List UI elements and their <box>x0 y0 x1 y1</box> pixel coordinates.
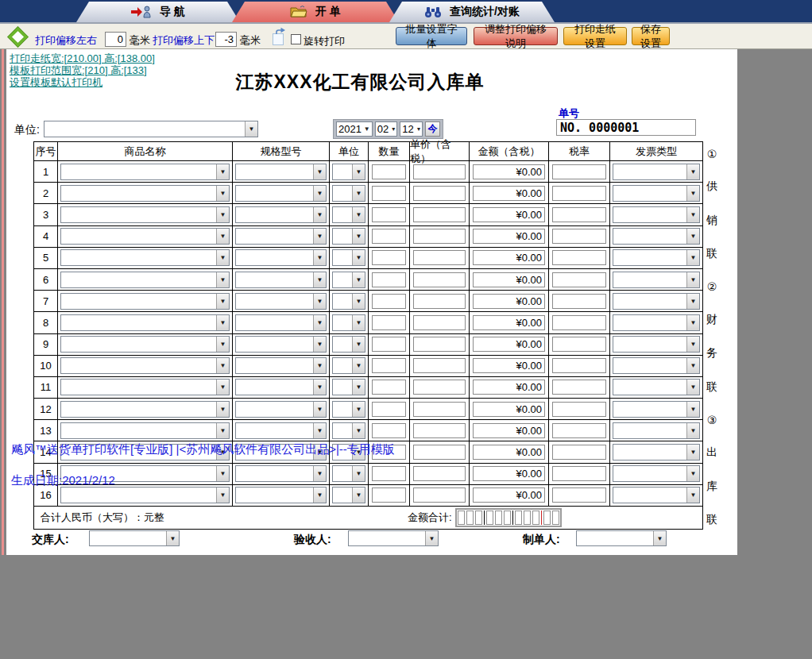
spec-model-select[interactable]: ▼ <box>235 164 327 180</box>
quantity-input[interactable] <box>372 164 406 179</box>
amount-field[interactable]: ¥0.00 <box>473 229 545 244</box>
invoice-type-select[interactable]: ▼ <box>613 465 700 482</box>
product-name-select[interactable]: ▼ <box>60 164 230 180</box>
product-name-select[interactable]: ▼ <box>60 487 230 503</box>
invoice-type-select[interactable]: ▼ <box>613 336 700 353</box>
tax-rate-input[interactable] <box>552 380 606 395</box>
year-select[interactable]: 2021 ▼ <box>336 121 373 137</box>
unit-select[interactable]: ▼ <box>332 249 365 266</box>
unit-select[interactable]: ▼ <box>332 185 365 202</box>
tax-rate-input[interactable] <box>552 337 606 352</box>
customer-unit-select[interactable]: ▼ <box>44 121 258 137</box>
spec-model-select[interactable]: ▼ <box>235 487 327 503</box>
quantity-input[interactable] <box>372 207 406 222</box>
tax-rate-input[interactable] <box>552 272 606 287</box>
amount-field[interactable]: ¥0.00 <box>473 466 545 481</box>
quantity-input[interactable] <box>372 488 406 503</box>
tax-rate-input[interactable] <box>552 402 606 417</box>
product-name-select[interactable]: ▼ <box>60 272 230 288</box>
spec-model-select[interactable]: ▼ <box>235 465 327 482</box>
tax-rate-input[interactable] <box>552 207 606 222</box>
tab-billing[interactable]: 开 单 <box>232 2 399 22</box>
amount-field[interactable]: ¥0.00 <box>473 337 545 352</box>
amount-field[interactable]: ¥0.00 <box>473 423 545 438</box>
invoice-type-select[interactable]: ▼ <box>613 379 700 395</box>
month-select[interactable]: 02 ▾ <box>375 121 398 137</box>
paper-feed-settings-button[interactable]: 打印走纸设置 <box>563 27 627 45</box>
quantity-input[interactable] <box>372 358 406 373</box>
invoice-type-select[interactable]: ▼ <box>613 401 700 418</box>
unit-select[interactable]: ▼ <box>332 379 365 395</box>
day-select[interactable]: 12 ▾ <box>400 121 423 137</box>
unit-select[interactable]: ▼ <box>332 272 365 288</box>
product-name-select[interactable]: ▼ <box>60 293 230 310</box>
tab-navigation[interactable]: 导 航 <box>76 2 240 22</box>
unit-price-input[interactable] <box>413 466 466 481</box>
unit-price-input[interactable] <box>413 315 466 330</box>
order-no-field[interactable]: NO. 0000001 <box>556 119 696 136</box>
unit-select[interactable]: ▼ <box>332 357 365 374</box>
amount-field[interactable]: ¥0.00 <box>473 380 545 395</box>
spec-model-select[interactable]: ▼ <box>235 401 327 418</box>
quantity-input[interactable] <box>372 250 406 265</box>
unit-select[interactable]: ▼ <box>332 293 365 310</box>
spec-model-select[interactable]: ▼ <box>235 185 327 202</box>
product-name-select[interactable]: ▼ <box>60 401 230 418</box>
unit-price-input[interactable] <box>413 294 466 309</box>
quantity-input[interactable] <box>372 186 406 201</box>
unit-price-input[interactable] <box>413 337 466 352</box>
invoice-type-select[interactable]: ▼ <box>613 185 700 202</box>
quantity-input[interactable] <box>372 402 406 417</box>
quantity-input[interactable] <box>372 294 406 309</box>
spec-model-select[interactable]: ▼ <box>235 272 327 288</box>
unit-select[interactable]: ▼ <box>332 465 365 482</box>
unit-price-input[interactable] <box>413 164 466 179</box>
preparer-select[interactable]: ▼ <box>576 530 667 546</box>
invoice-type-select[interactable]: ▼ <box>613 206 700 223</box>
invoice-type-select[interactable]: ▼ <box>613 487 700 503</box>
tax-rate-input[interactable] <box>552 358 606 373</box>
invoice-type-select[interactable]: ▼ <box>613 164 700 180</box>
default-printer-link[interactable]: 设置模板默认打印机 <box>10 75 102 90</box>
unit-select[interactable]: ▼ <box>332 314 365 331</box>
spec-model-select[interactable]: ▼ <box>235 228 327 245</box>
invoice-type-select[interactable]: ▼ <box>613 422 700 439</box>
amount-field[interactable]: ¥0.00 <box>473 488 545 503</box>
tax-rate-input[interactable] <box>552 186 606 201</box>
unit-select[interactable]: ▼ <box>332 228 365 245</box>
product-name-select[interactable]: ▼ <box>60 357 230 374</box>
spec-model-select[interactable]: ▼ <box>235 357 327 374</box>
amount-field[interactable]: ¥0.00 <box>473 402 545 417</box>
amount-field[interactable]: ¥0.00 <box>473 445 545 460</box>
tax-rate-input[interactable] <box>552 488 606 503</box>
unit-price-input[interactable] <box>413 250 466 265</box>
unit-select[interactable]: ▼ <box>332 206 365 223</box>
spec-model-select[interactable]: ▼ <box>235 293 327 310</box>
tax-rate-input[interactable] <box>552 294 606 309</box>
product-name-select[interactable]: ▼ <box>60 249 230 266</box>
unit-price-input[interactable] <box>413 402 466 417</box>
adjust-offset-help-button[interactable]: 调整打印偏移说明 <box>474 27 558 45</box>
unit-select[interactable]: ▼ <box>332 401 365 418</box>
product-name-select[interactable]: ▼ <box>60 422 230 439</box>
unit-price-input[interactable] <box>413 380 466 395</box>
unit-select[interactable]: ▼ <box>332 336 365 353</box>
unit-price-input[interactable] <box>413 272 466 287</box>
product-name-select[interactable]: ▼ <box>60 314 230 331</box>
amount-field[interactable]: ¥0.00 <box>473 207 545 222</box>
amount-field[interactable]: ¥0.00 <box>473 315 545 330</box>
unit-select[interactable]: ▼ <box>332 164 365 180</box>
invoice-type-select[interactable]: ▼ <box>613 444 700 461</box>
tax-rate-input[interactable] <box>552 466 606 481</box>
unit-price-input[interactable] <box>413 358 466 373</box>
quantity-input[interactable] <box>372 229 406 244</box>
unit-price-input[interactable] <box>413 423 466 438</box>
batch-set-font-button[interactable]: 批量设置字体 <box>396 27 467 45</box>
amount-field[interactable]: ¥0.00 <box>473 186 545 201</box>
quantity-input[interactable] <box>372 380 406 395</box>
quantity-input[interactable] <box>372 315 406 330</box>
product-name-select[interactable]: ▼ <box>60 336 230 353</box>
offset-lr-input[interactable]: 0 <box>105 32 126 47</box>
unit-price-input[interactable] <box>413 186 466 201</box>
amount-field[interactable]: ¥0.00 <box>473 250 545 265</box>
